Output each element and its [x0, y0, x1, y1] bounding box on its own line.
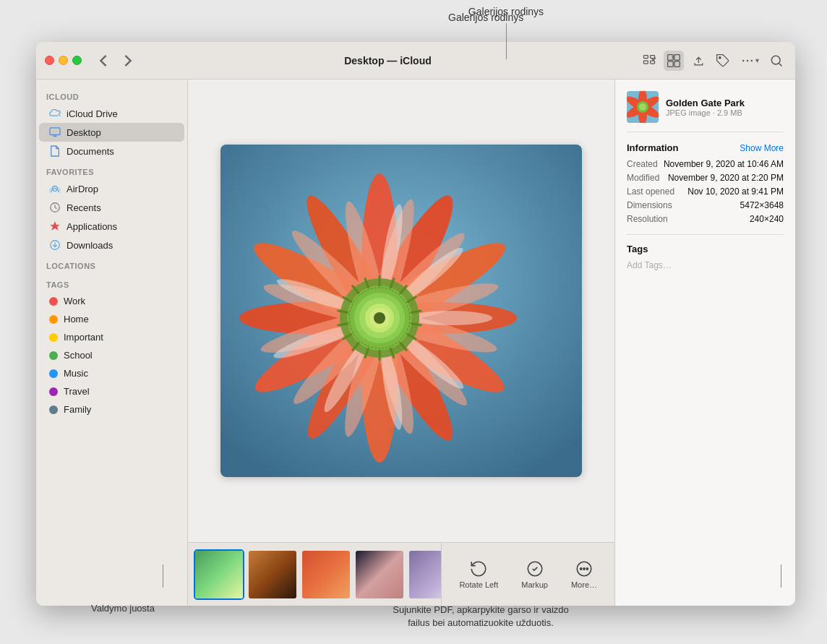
svg-rect-1	[651, 55, 655, 58]
info-label-resolution: Resolution	[627, 214, 668, 224]
info-tags-section: Tags Add Tags…	[627, 234, 784, 270]
sidebar-item-airdrop[interactable]: AirDrop	[39, 179, 184, 198]
sidebar-item-icloud-drive[interactable]: iCloud Drive	[39, 104, 184, 123]
tag-school-dot	[49, 351, 58, 360]
sidebar-item-downloads[interactable]: Downloads	[39, 236, 184, 254]
sidebar: iCloud iCloud Drive Desktop	[36, 80, 188, 606]
annotation-sujunkite: Sujunkite PDF, apkarpykite garso ir vaiz…	[318, 604, 643, 630]
tag-work-label: Work	[64, 296, 85, 306]
icloud-drive-label: iCloud Drive	[67, 108, 118, 119]
airdrop-label: AirDrop	[67, 184, 98, 194]
info-label-created: Created	[627, 159, 658, 169]
window-title: Desktop — iCloud	[144, 55, 632, 66]
more-label: More…	[571, 580, 597, 589]
downloads-label: Downloads	[67, 240, 113, 251]
info-file-title: Golden Gate Park	[666, 98, 745, 108]
thumbnail-2[interactable]	[247, 549, 298, 600]
tag-important-label: Important	[64, 332, 103, 343]
recents-label: Recents	[67, 202, 101, 213]
search-button[interactable]	[766, 51, 787, 71]
sidebar-item-documents[interactable]: Documents	[39, 142, 184, 160]
svg-point-11	[747, 59, 749, 61]
rotate-left-button[interactable]: Rotate Left	[447, 554, 510, 595]
sidebar-item-tag-work[interactable]: Work	[39, 292, 184, 310]
thumbnail-5[interactable]	[408, 549, 441, 600]
thumbnail-1[interactable]	[194, 549, 244, 600]
titlebar: Desktop — iCloud	[36, 42, 795, 80]
sidebar-section-locations: Locations	[36, 254, 187, 273]
minimize-button[interactable]	[59, 56, 68, 65]
info-value-modified: November 9, 2020 at 2:20 PM	[668, 173, 784, 183]
finder-window: Desktop — iCloud	[36, 42, 795, 606]
tag-important-dot	[49, 333, 58, 342]
sidebar-item-tag-school[interactable]: School	[39, 346, 184, 364]
svg-rect-3	[651, 61, 655, 64]
documents-icon	[49, 145, 61, 157]
content-area: iCloud iCloud Drive Desktop	[36, 80, 795, 606]
thumbnail-strip	[188, 543, 441, 606]
add-tags-placeholder[interactable]: Add Tags…	[627, 260, 784, 270]
applications-icon	[49, 220, 61, 232]
svg-rect-6	[668, 61, 674, 66]
tag-travel-label: Travel	[64, 386, 90, 397]
svg-rect-5	[674, 54, 680, 60]
info-value-created: November 9, 2020 at 10:46 AM	[664, 159, 784, 169]
info-value-dimensions: 5472×3648	[740, 200, 784, 210]
sidebar-item-tag-home[interactable]: Home	[39, 310, 184, 328]
sidebar-item-tag-family[interactable]: Family	[39, 400, 184, 418]
sidebar-item-tag-music[interactable]: Music	[39, 364, 184, 382]
info-row-resolution: Resolution 240×240	[627, 214, 784, 224]
sidebar-item-desktop[interactable]: Desktop	[39, 123, 184, 142]
svg-point-10	[742, 59, 745, 61]
svg-rect-16	[53, 135, 56, 137]
forward-button[interactable]	[119, 52, 137, 69]
share-button[interactable]	[688, 51, 708, 71]
markup-label: Markup	[521, 580, 548, 589]
documents-label: Documents	[67, 146, 114, 157]
gallery-main	[188, 80, 614, 542]
traffic-lights	[45, 56, 82, 65]
info-label-dimensions: Dimensions	[627, 200, 672, 210]
desktop-label: Desktop	[67, 127, 101, 138]
close-button[interactable]	[45, 56, 54, 65]
tag-home-dot	[49, 315, 58, 324]
sidebar-item-tag-important[interactable]: Important	[39, 328, 184, 346]
info-label-last-opened: Last opened	[627, 186, 674, 197]
info-thumb	[627, 91, 659, 123]
info-tags-title: Tags	[627, 244, 784, 254]
annotation-line-gallery	[506, 30, 507, 59]
sidebar-item-applications[interactable]: Applications	[39, 217, 184, 236]
gallery-view-button[interactable]	[664, 51, 684, 71]
info-value-resolution: 240×240	[750, 214, 784, 224]
view-switcher-button[interactable]	[639, 51, 659, 71]
info-file-subtitle: JPEG image · 2.9 MB	[666, 108, 745, 117]
info-value-last-opened: Nov 10, 2020 at 9:41 PM	[687, 186, 784, 197]
back-button[interactable]	[95, 52, 112, 69]
svg-point-83	[583, 568, 585, 570]
more-actions-button[interactable]: ▾	[737, 51, 762, 71]
annotation-gallery-rodinys: Galerijos rodinys	[448, 12, 523, 23]
thumbnail-4[interactable]	[354, 549, 405, 600]
maximize-button[interactable]	[72, 56, 82, 65]
thumbnail-3[interactable]	[301, 549, 351, 600]
rotate-left-label: Rotate Left	[459, 580, 498, 589]
markup-button[interactable]: Markup	[510, 554, 560, 595]
tag-family-label: Family	[64, 404, 91, 415]
gallery-image[interactable]	[220, 145, 582, 477]
sidebar-item-recents[interactable]: Recents	[39, 198, 184, 217]
downloads-icon	[49, 239, 61, 251]
tag-home-label: Home	[64, 314, 89, 325]
tag-button[interactable]	[713, 51, 733, 71]
tag-music-label: Music	[64, 368, 88, 379]
info-section-label: Information	[627, 142, 679, 153]
show-more-button[interactable]: Show More	[740, 143, 784, 153]
sidebar-item-tag-travel[interactable]: Travel	[39, 382, 184, 400]
sidebar-section-icloud: iCloud	[36, 85, 187, 104]
icloud-icon	[49, 108, 61, 119]
svg-point-61	[374, 312, 385, 324]
tag-school-label: School	[64, 350, 93, 361]
tag-music-dot	[49, 369, 58, 378]
more-button[interactable]: More…	[560, 554, 609, 595]
info-panel: Golden Gate Park JPEG image · 2.9 MB Inf…	[614, 80, 795, 606]
info-label-modified: Modified	[627, 173, 659, 183]
